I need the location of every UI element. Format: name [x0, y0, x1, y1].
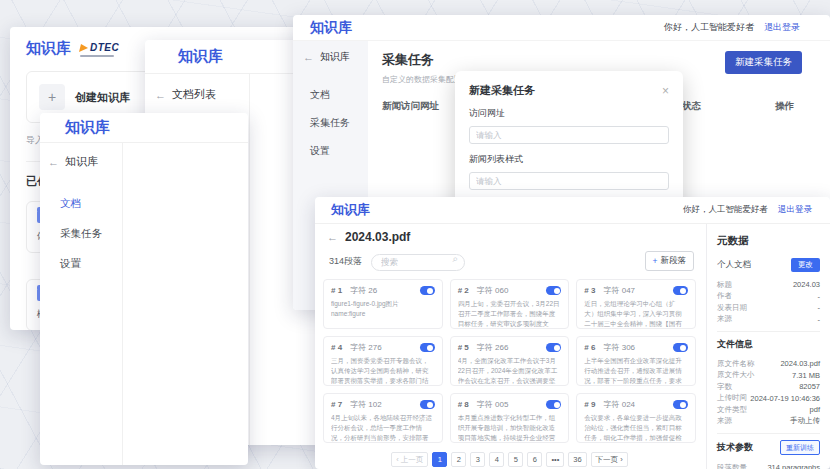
app-title: 知识库 [331, 201, 370, 219]
pagination-page-2[interactable]: 2 [451, 452, 466, 467]
chunk-char-count: 字符 060 [477, 285, 509, 296]
chunk-number: # 5 [458, 343, 469, 352]
chunk-enabled-toggle[interactable] [546, 400, 561, 409]
sidebar-item-settings[interactable]: 设置 [48, 249, 114, 279]
chunk-enabled-toggle[interactable] [673, 400, 688, 409]
plus-icon: + [653, 256, 658, 266]
meta-value: - [818, 315, 821, 324]
meta-row: 标题2024.03 [717, 279, 820, 291]
window-document-detail: 知识库 你好，人工智能爱好者 退出登录 ← 2024.03.pdf 314段落 … [315, 197, 830, 469]
chunk-enabled-toggle[interactable] [546, 286, 561, 295]
pagination-next[interactable]: 下一页 › [591, 452, 628, 467]
modal-title: 新建采集任务 [469, 83, 535, 98]
sidebar-item-collection-tasks[interactable]: 采集任务 [48, 219, 114, 249]
meta-value: - [818, 303, 821, 312]
logout-link[interactable]: 退出登录 [764, 21, 800, 34]
add-segment-button[interactable]: + 新段落 [645, 251, 694, 271]
tech-params-title: 技术参数 [717, 441, 753, 454]
chunk-char-count: 字符 306 [603, 342, 635, 353]
column-header-action: 操作 [775, 100, 794, 113]
chunk-card-4[interactable]: # 4字符 276 三月，国资委党委召开专题会议，认真传达学习全国两会精神，研究… [323, 336, 443, 386]
back-label: 文档列表 [172, 87, 216, 102]
chunk-enabled-toggle[interactable] [420, 343, 435, 352]
logout-link[interactable]: 退出登录 [778, 204, 812, 216]
sidebar-item-settings[interactable]: 设置 [303, 137, 368, 165]
plus-icon: + [39, 84, 65, 110]
chunk-card-2[interactable]: # 2字符 060 四月上旬，党委召开会议，3月22日召开二季度工作部署会，围绕… [450, 279, 570, 329]
logo-subtext-bar [80, 55, 114, 57]
meta-value: 2024-07-19 10:46:36 [750, 394, 820, 403]
chunk-card-3[interactable]: # 3字符 047 近日，党组理论学习中心组（扩大）组织集中学习，深入学习贯彻二… [576, 279, 696, 329]
chunk-card-1[interactable]: # 1字符 26 figure1-figure-0.jpg图片 name:fig… [323, 279, 443, 329]
sidebar-item-documents[interactable]: 文档 [48, 189, 114, 219]
back-knowledge-base[interactable]: ← 知识库 [48, 154, 114, 169]
chunk-number: # 6 [584, 343, 595, 352]
pagination-page-5[interactable]: 5 [508, 452, 523, 467]
chunk-card-7[interactable]: # 7字符 102 4月上旬以来，各地陆续召开经济运行分析会议，总结一季度工作情… [323, 393, 443, 443]
meta-row: 文件类型pdf [717, 404, 820, 416]
chunk-text: 本月重点推进数字化转型工作，组织开展专题培训，加快智能化改造项目落地实施，持续提… [458, 413, 562, 443]
chunk-card-6[interactable]: # 6字符 306 上半年全国国有企业改革深化提升行动推进会召开，通报改革进展情… [576, 336, 696, 386]
chunk-enabled-toggle[interactable] [420, 286, 435, 295]
back-arrow-icon: ← [48, 156, 59, 168]
chunk-enabled-toggle[interactable] [673, 286, 688, 295]
back-document-list[interactable]: ← 文档列表 [155, 87, 239, 102]
app-title: 知识库 [310, 19, 352, 37]
app-title: 知识库 [65, 118, 110, 137]
window-header: 知识库 你好，人工智能爱好者 退出登录 [315, 197, 830, 224]
back-label: 知识库 [65, 154, 98, 169]
url-input[interactable] [469, 126, 669, 144]
pagination-page-4[interactable]: 4 [489, 452, 504, 467]
user-greeting: 你好，人工智能爱好者 [683, 204, 768, 216]
chunk-number: # 4 [331, 343, 342, 352]
chunk-number: # 2 [458, 286, 469, 295]
chunk-text: 四月上旬，党委召开会议，3月22日召开二季度工作部署会，围绕年度目标任务，研究审… [458, 299, 562, 329]
chunk-char-count: 字符 024 [603, 399, 635, 410]
meta-label: 上传时间 [717, 393, 747, 403]
retrain-button[interactable]: 重新训练 [780, 440, 820, 455]
chunk-enabled-toggle[interactable] [420, 400, 435, 409]
chunk-number: # 9 [584, 400, 595, 409]
chunk-text: 上半年全国国有企业改革深化提升行动推进会召开，通报改革进展情况，部署下一阶段重点… [584, 356, 688, 386]
create-kb-label: 创建知识库 [75, 90, 130, 105]
column-header-url: 新闻访问网址 [382, 100, 439, 113]
pagination-ellipsis[interactable]: ••• [546, 452, 564, 467]
chunk-card-8[interactable]: # 8字符 005 本月重点推进数字化转型工作，组织开展专题培训，加快智能化改造… [450, 393, 570, 443]
meta-value: 82057 [799, 382, 820, 391]
chunk-enabled-toggle[interactable] [673, 343, 688, 352]
meta-label: 文件类型 [717, 405, 747, 415]
meta-value: 7.31 MB [792, 371, 820, 380]
pagination-page-last[interactable]: 36 [568, 452, 586, 467]
search-input[interactable] [371, 254, 465, 271]
list-style-input[interactable] [469, 172, 669, 190]
field-label-list-style: 新闻列表样式 [469, 153, 669, 166]
sidebar-item-collection-tasks[interactable]: 采集任务 [303, 109, 368, 137]
back-arrow-icon[interactable]: ← [327, 231, 338, 243]
pagination-page-6[interactable]: 6 [527, 452, 542, 467]
metadata-edit-button[interactable]: 更改 [791, 258, 820, 272]
back-knowledge-base[interactable]: ← 知识库 [303, 50, 368, 64]
chunk-text: 4月，全面深化改革工作会议于3月22日召开，2024年全面深化改革工作会议在北京… [458, 356, 562, 386]
sidebar-item-documents[interactable]: 文档 [303, 81, 368, 109]
chunk-enabled-toggle[interactable] [546, 343, 561, 352]
chunk-grid: # 1字符 26 figure1-figure-0.jpg图片 name:fig… [323, 279, 696, 443]
add-segment-label: 新段落 [661, 255, 687, 267]
meta-value: - [818, 292, 821, 301]
meta-row: 原文件大小7.31 MB [717, 370, 820, 382]
chunk-card-5[interactable]: # 5字符 266 4月，全面深化改革工作会议于3月22日召开，2024年全面深… [450, 336, 570, 386]
close-icon[interactable]: × [662, 85, 669, 97]
app-title: 知识库 [26, 39, 71, 58]
pagination-page-1[interactable]: 1 [432, 452, 447, 467]
chunk-char-count: 字符 266 [477, 342, 509, 353]
new-collection-task-button[interactable]: 新建采集任务 [725, 51, 802, 74]
pagination-page-3[interactable]: 3 [470, 452, 485, 467]
meta-label: 段落数量 [717, 463, 747, 469]
chunk-text: 会议要求，各单位要进一步提高政治站位，强化责任担当，紧盯目标任务，细化工作举措，… [584, 413, 688, 443]
main-empty-area [123, 143, 248, 465]
document-main: ← 2024.03.pdf 314段落 ⌕ + 新段落 [315, 224, 706, 469]
chunk-char-count: 字符 26 [350, 285, 377, 296]
logo-text: DTEC [90, 42, 119, 53]
pagination-prev[interactable]: ‹ 上一页 [391, 452, 428, 467]
chunk-number: # 3 [584, 286, 595, 295]
chunk-card-9[interactable]: # 9字符 024 会议要求，各单位要进一步提高政治站位，强化责任担当，紧盯目标… [576, 393, 696, 443]
